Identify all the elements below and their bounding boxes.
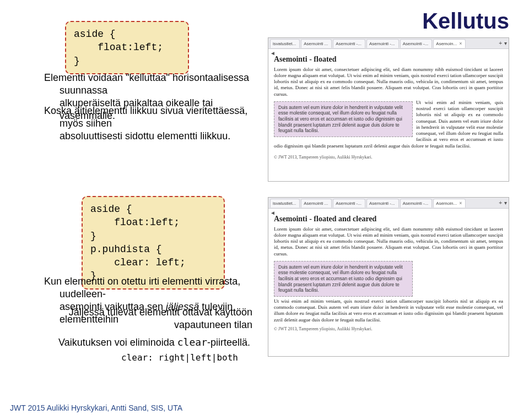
paragraph-clear-feature: Vaikutuksen voi eliminoida clear-piirtee… (41, 336, 250, 349)
slide-title: Kellutus (422, 9, 509, 34)
tab-dropdown-icon[interactable]: ▾ (504, 200, 507, 206)
page-cleared-para: Ut wisi enim ad minim veniam, quis nostr… (274, 298, 503, 323)
new-tab-icon[interactable]: + (499, 40, 502, 46)
floated-aside: Duis autem vel eum iriure dolor in hendr… (274, 261, 413, 297)
page-heading: Asemointi - floated and cleared (274, 214, 503, 224)
p5-c: -piirteellä. (207, 337, 250, 348)
paragraph-following-elements: Jäljessä tulevat elementit ottavat käytt… (43, 306, 252, 331)
browser-tab[interactable]: Asemointi -... (333, 199, 365, 208)
page-para1: Lorem ipsum dolor sit amet, consectetuer… (274, 226, 503, 257)
browser-tab[interactable]: Asemointi -... (333, 39, 365, 48)
slide-footer: JWT 2015 Aulikki Hyrskykari, Antti Sand,… (10, 403, 182, 412)
tab-label: Asemointi -... (336, 201, 361, 206)
browser-tab-active[interactable]: Asemoin...× (433, 199, 466, 208)
browser-tab[interactable]: Asemointi -... (400, 199, 433, 208)
browser-tab[interactable]: Asemointi ... (301, 39, 332, 48)
tab-label: isvatustiet... (273, 41, 296, 46)
browser-tab[interactable]: Asemointi -... (400, 39, 433, 48)
browser-tab[interactable]: Asemointi ... (301, 199, 332, 208)
p2-line1: Koska äitielementti liikkuu sivua vierit… (44, 105, 247, 129)
tab-label: Asemoin... (436, 201, 457, 206)
tab-bar: isvatustiet... Asemointi ... Asemointi -… (268, 38, 509, 49)
tab-label: Asemointi ... (304, 201, 328, 206)
tab-label: isvatustiet... (273, 201, 296, 206)
page-para1: Lorem ipsum dolor sit amet, consectetuer… (274, 67, 503, 97)
nav-back-icon[interactable]: ◄ (270, 50, 276, 56)
tab-label: Asemointi -... (369, 201, 395, 206)
tab-label: Asemointi -... (336, 41, 361, 46)
close-icon[interactable]: × (459, 41, 462, 46)
browser-tab[interactable]: Asemointi -... (366, 199, 399, 208)
paragraph-parent-scroll: Koska äitielementti liikkuu sivua vierit… (10, 105, 258, 143)
p5-mono: clear (177, 336, 207, 348)
tab-label: Asemointi -... (403, 41, 429, 46)
floated-aside: Duis autem vel eum iriure dolor in hendr… (274, 101, 413, 137)
tab-label: Asemointi -... (369, 41, 395, 46)
tab-label: Asemointi -... (403, 201, 429, 206)
close-icon[interactable]: × (459, 200, 462, 206)
p3-line1: Kun elementti on otettu irti elementti v… (44, 276, 240, 299)
p4-line2: vapautuneen tilan (174, 319, 252, 330)
p2-line2: absoluuttisesti sidottu elementti liikku… (60, 130, 230, 141)
tab-dropdown-icon[interactable]: ▾ (504, 40, 507, 46)
clear-values: clear: right|left|both (121, 352, 253, 363)
browser-preview-cleared: isvatustiet... Asemointi ... Asemointi -… (268, 197, 509, 357)
page-copyright: © JWT 2013, Tampereen yliopisto, Aulikki… (274, 326, 503, 332)
tab-bar: isvatustiet... Asemointi ... Asemointi -… (268, 198, 509, 209)
browser-tab[interactable]: Asemointi -... (366, 39, 399, 48)
code-block-float: aside { float:left; } (65, 21, 189, 74)
browser-preview-floated: isvatustiet... Asemointi ... Asemointi -… (268, 37, 509, 182)
page-copyright: © JWT 2013, Tampereen yliopisto, Aulikki… (274, 155, 503, 160)
page-heading: Asemointi - floated (274, 54, 503, 64)
page-content: Asemointi - floated Lorem ipsum dolor si… (268, 49, 509, 165)
p4-line1: Jäljessä tulevat elementit ottavat käytt… (69, 307, 252, 318)
browser-tab[interactable]: isvatustiet... (270, 199, 300, 208)
nav-back-icon[interactable]: ◄ (270, 210, 276, 216)
page-content: Asemointi - floated and cleared Lorem ip… (268, 209, 509, 336)
tab-label: Asemointi ... (304, 41, 328, 46)
tab-label: Asemoin... (436, 41, 457, 46)
p1-line1: Elementti voidaan "kelluttaa" horisontaa… (44, 72, 249, 96)
browser-tab[interactable]: isvatustiet... (270, 39, 300, 48)
p5-a: Vaikutuksen voi eliminoida (58, 337, 177, 348)
new-tab-icon[interactable]: + (499, 200, 502, 206)
browser-tab-active[interactable]: Asemoin...× (433, 39, 466, 48)
